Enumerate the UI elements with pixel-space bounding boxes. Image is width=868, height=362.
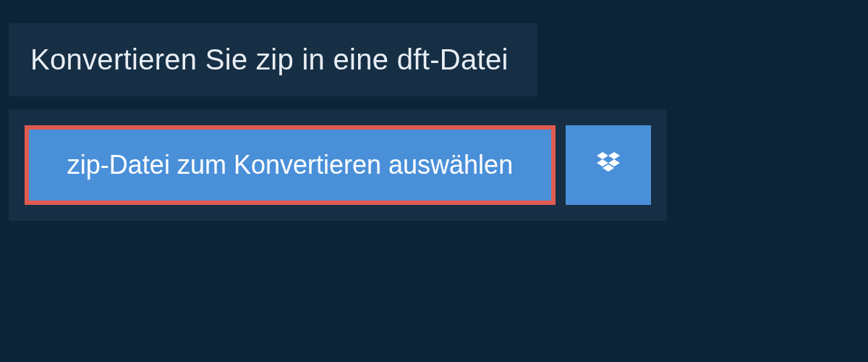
header-bar: Konvertieren Sie zip in eine dft-Datei: [9, 23, 537, 96]
dropbox-icon: [594, 149, 623, 181]
upload-section: zip-Datei zum Konvertieren auswählen: [9, 109, 667, 221]
page-title: Konvertieren Sie zip in eine dft-Datei: [30, 43, 509, 76]
dropbox-button[interactable]: [566, 125, 651, 205]
select-file-label: zip-Datei zum Konvertieren auswählen: [67, 150, 513, 180]
select-file-button[interactable]: zip-Datei zum Konvertieren auswählen: [25, 125, 556, 205]
